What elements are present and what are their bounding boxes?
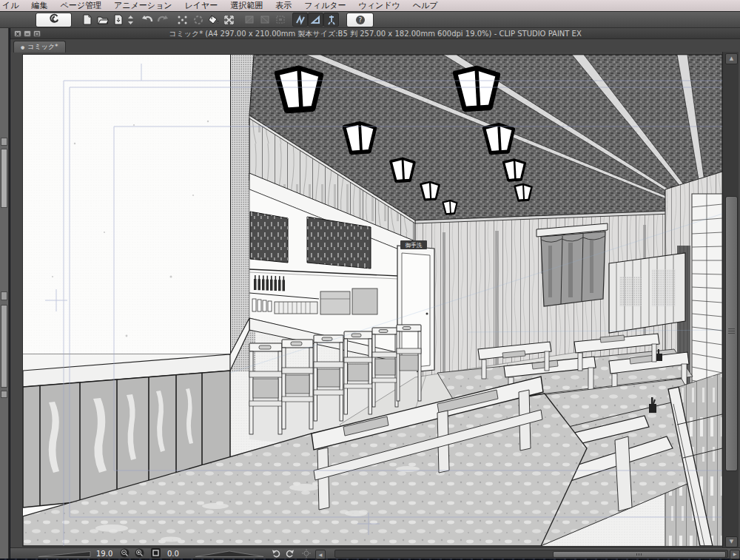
transform-icon[interactable] — [221, 13, 237, 27]
noren-curtain — [536, 223, 608, 306]
page-stepper-icon[interactable] — [126, 13, 135, 27]
help-glyph: ? — [358, 16, 362, 24]
menu-item-edit[interactable]: 編集 — [32, 0, 48, 11]
document-titlebar[interactable]: コミック* (A4 297.00 x 210.00mm 製本サイズ:B5 判 2… — [10, 28, 740, 39]
save-icon[interactable] — [110, 13, 126, 27]
horizontal-scrollbar[interactable] — [334, 550, 728, 558]
zoom-slider[interactable] — [37, 548, 92, 559]
menu-item-layer[interactable]: レイヤー — [185, 0, 218, 11]
scroll-down-arrow[interactable]: ▼ — [725, 536, 738, 547]
vertical-scrollbar-thumb[interactable] — [725, 196, 738, 471]
collapsed-palette-strip[interactable] — [0, 28, 10, 559]
clip-studio-logo-button[interactable] — [36, 13, 72, 27]
wall-wood-panel — [609, 253, 685, 333]
menu-item-window[interactable]: ウィンドウ — [358, 0, 400, 11]
fit-to-screen-icon[interactable] — [150, 548, 161, 558]
menu-item-filter[interactable]: フィルター — [304, 0, 346, 11]
menu-item-view[interactable]: 表示 — [275, 0, 292, 11]
scroll-right-arrow[interactable]: ▶ — [730, 550, 740, 559]
rotate-left-icon[interactable] — [271, 548, 282, 558]
tab-label: コミック* — [27, 42, 58, 52]
zoom-in-icon[interactable] — [134, 548, 145, 558]
document-title: コミック* (A4 297.00 x 210.00mm 製本サイズ:B5 判 2… — [10, 29, 740, 39]
snap-grid-icon[interactable] — [323, 13, 339, 27]
select-area-icon[interactable] — [190, 13, 206, 27]
horizontal-scrollbar-thumb[interactable] — [553, 551, 726, 558]
kitchen-equipment — [320, 291, 350, 314]
clip-studio-logo-icon — [48, 13, 60, 27]
main-toolbar: ? — [0, 11, 740, 28]
open-file-icon[interactable] — [95, 13, 110, 27]
tab-comic[interactable]: ● コミック* — [13, 41, 66, 53]
palette-strip-icon-3[interactable] — [1, 391, 7, 398]
menu-item-selection[interactable]: 選択範囲 — [230, 0, 263, 11]
canvas-tab-bar: ● コミック* — [10, 39, 740, 52]
rotation-slider[interactable] — [194, 548, 265, 559]
scroll-left-arrow[interactable]: ◀ — [315, 550, 326, 559]
reset-rotation-icon[interactable] — [300, 548, 312, 558]
palette-strip-slider[interactable] — [1, 149, 7, 208]
palette-strip-scroll[interactable] — [1, 305, 7, 388]
redo-icon[interactable] — [155, 13, 170, 27]
snap-ruler-icon[interactable] — [292, 13, 308, 27]
toilet-door-sign: 御手洗 — [406, 242, 423, 249]
layer-option-icon-3[interactable] — [272, 13, 288, 27]
menu-item-page-manage[interactable]: ページ管理 — [61, 0, 102, 11]
undo-icon[interactable] — [139, 13, 155, 27]
canvas-area[interactable]: 御手洗 — [10, 52, 740, 547]
menu-item-file[interactable]: イル — [2, 0, 19, 11]
snap-special-ruler-icon[interactable] — [308, 13, 323, 27]
menu-item-animation[interactable]: アニメーション — [114, 0, 172, 11]
palette-strip-icon-2[interactable] — [1, 291, 7, 300]
status-bar: 19.0 0.0 ◀ ▶ — [10, 547, 740, 559]
menu-bar: イル 編集 ページ管理 アニメーション レイヤー 選択範囲 表示 フィルター ウ… — [0, 0, 740, 11]
rotation-value: 0.0 — [167, 550, 179, 558]
canvas-artwork[interactable]: 御手洗 — [22, 54, 723, 547]
scroll-up-arrow[interactable]: ▲ — [725, 53, 738, 64]
palette-strip-icon[interactable] — [1, 138, 7, 146]
help-button[interactable]: ? — [346, 13, 374, 27]
izakaya-line-art: 御手洗 — [23, 55, 722, 546]
modified-indicator: ● — [21, 44, 24, 50]
rotate-right-icon[interactable] — [284, 548, 295, 558]
layer-option-icon-1[interactable] — [241, 13, 257, 27]
new-document-icon[interactable] — [79, 13, 95, 27]
fill-bucket-icon[interactable] — [206, 13, 221, 27]
deselect-icon[interactable] — [175, 13, 190, 27]
zoom-out-icon[interactable] — [119, 548, 130, 558]
vertical-scrollbar[interactable]: ▲ ▼ — [722, 52, 739, 547]
layer-option-icon-2[interactable] — [257, 13, 272, 27]
zoom-value: 19.0 — [96, 550, 112, 558]
menu-item-help[interactable]: ヘルプ — [413, 0, 438, 11]
